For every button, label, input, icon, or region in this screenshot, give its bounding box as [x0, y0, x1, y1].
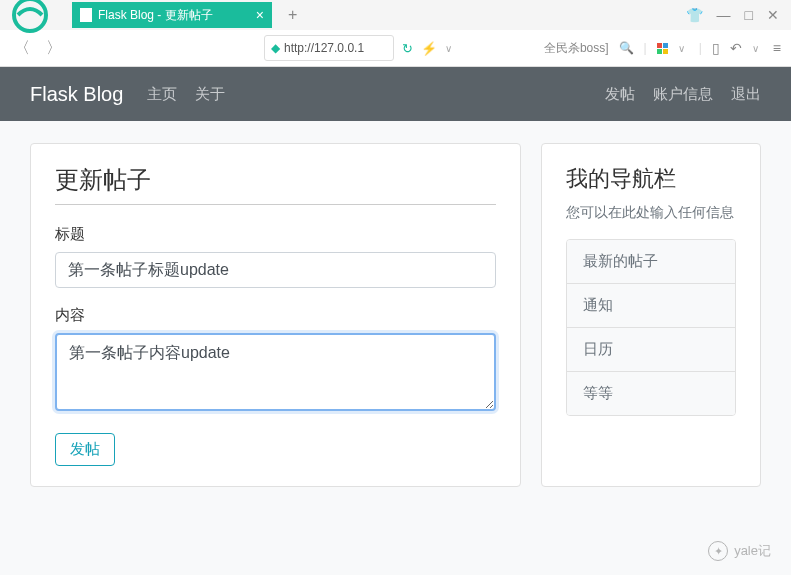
search-icon[interactable]: 🔍 [619, 41, 634, 55]
watermark-text: yale记 [734, 542, 771, 560]
brand[interactable]: Flask Blog [30, 83, 123, 106]
sidebar-item-calendar[interactable]: 日历 [567, 328, 735, 372]
sidebar-card: 我的导航栏 您可以在此处输入任何信息 最新的帖子 通知 日历 等等 [541, 143, 761, 487]
title-label: 标题 [55, 225, 496, 244]
sidebar-list: 最新的帖子 通知 日历 等等 [566, 239, 736, 416]
nav-about[interactable]: 关于 [195, 85, 225, 104]
shield-icon: ◆ [271, 41, 280, 55]
wechat-icon: ✦ [708, 541, 728, 561]
undo-icon[interactable]: ↶ [730, 40, 742, 56]
new-tab-button[interactable]: + [282, 6, 303, 24]
page-navbar: Flask Blog 主页 关于 发帖 账户信息 退出 [0, 67, 791, 121]
browser-chrome: Flask Blog - 更新帖子 × + 👕 — □ ✕ 〈 〉 ◆ http… [0, 0, 791, 67]
sidebar-desc: 您可以在此处输入任何信息 [566, 202, 736, 223]
apps-icon[interactable] [657, 43, 668, 54]
nav-right: 发帖 账户信息 退出 [605, 85, 761, 104]
undo-dropdown-icon[interactable]: ∨ [752, 43, 759, 54]
content-area: 更新帖子 标题 内容 发帖 我的导航栏 您可以在此处输入任何信息 最新的帖子 通… [0, 121, 791, 509]
browser-tab[interactable]: Flask Blog - 更新帖子 × [72, 2, 272, 28]
url-dropdown-icon[interactable]: ∨ [445, 43, 452, 54]
content-label: 内容 [55, 306, 496, 325]
nav-logout[interactable]: 退出 [731, 85, 761, 104]
window-controls: 👕 — □ ✕ [686, 7, 791, 23]
nav-post[interactable]: 发帖 [605, 85, 635, 104]
mobile-icon[interactable]: ▯ [712, 40, 720, 56]
sidebar-item-etc[interactable]: 等等 [567, 372, 735, 415]
refresh-icon[interactable]: ↻ [402, 41, 413, 56]
back-button[interactable]: 〈 [10, 38, 34, 59]
lightning-icon[interactable]: ⚡ [421, 41, 437, 56]
minimize-button[interactable]: — [717, 7, 731, 23]
nav-home[interactable]: 主页 [147, 85, 177, 104]
url-box[interactable]: ◆ http://127.0.0.1 [264, 35, 394, 61]
browser-logo [0, 0, 60, 30]
title-input[interactable] [55, 252, 496, 288]
form-heading: 更新帖子 [55, 164, 496, 205]
url-text: http://127.0.0.1 [284, 41, 364, 55]
sidebar-heading: 我的导航栏 [566, 164, 736, 194]
address-bar: 〈 〉 ◆ http://127.0.0.1 ↻ ⚡ ∨ 全民杀boss] 🔍 … [0, 30, 791, 66]
forward-button[interactable]: 〉 [42, 38, 66, 59]
sidebar-item-latest[interactable]: 最新的帖子 [567, 240, 735, 284]
tab-title: Flask Blog - 更新帖子 [98, 7, 213, 24]
menu-icon[interactable]: ≡ [773, 40, 781, 56]
content-textarea[interactable] [55, 333, 496, 411]
nav-links: 主页 关于 [147, 85, 225, 104]
form-card: 更新帖子 标题 内容 发帖 [30, 143, 521, 487]
theme-icon[interactable]: 👕 [686, 7, 703, 23]
apps-dropdown-icon[interactable]: ∨ [678, 43, 685, 54]
tab-bar: Flask Blog - 更新帖子 × + 👕 — □ ✕ [0, 0, 791, 30]
maximize-button[interactable]: □ [745, 7, 753, 23]
page-icon [80, 8, 92, 22]
submit-button[interactable]: 发帖 [55, 433, 115, 466]
close-window-button[interactable]: ✕ [767, 7, 779, 23]
watermark: ✦ yale记 [708, 541, 771, 561]
nav-account[interactable]: 账户信息 [653, 85, 713, 104]
sidebar-item-notice[interactable]: 通知 [567, 284, 735, 328]
search-hint[interactable]: 全民杀boss] [544, 40, 609, 57]
tab-close-icon[interactable]: × [256, 7, 264, 23]
